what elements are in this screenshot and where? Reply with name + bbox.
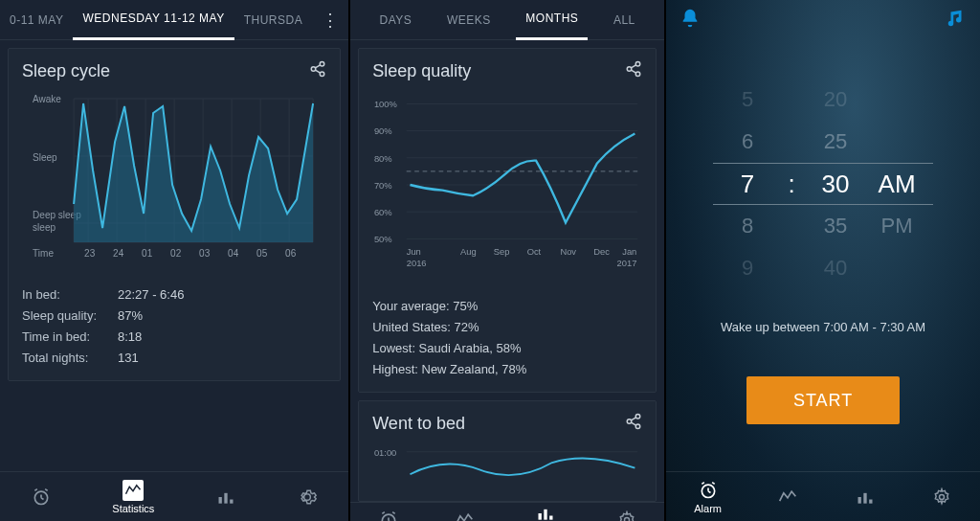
svg-point-1 (311, 67, 316, 72)
svg-text:24: 24 (113, 248, 124, 259)
nav-statistics[interactable] (777, 487, 798, 508)
tab-all[interactable]: ALL (604, 0, 645, 40)
svg-line-35 (34, 488, 37, 490)
nav-settings[interactable] (931, 487, 952, 508)
svg-text:Awake: Awake (33, 94, 61, 104)
went-to-bed-card: Went to bed 01:00 (358, 400, 657, 502)
svg-point-2 (320, 72, 324, 77)
svg-line-44 (632, 70, 636, 73)
date-tab-next[interactable]: THURSDA (234, 0, 313, 40)
tab-months[interactable]: MONTHS (516, 0, 588, 40)
svg-text:05: 05 (256, 248, 268, 259)
time-picker[interactable]: 520 625 7:30AM 835PM 940 (713, 79, 933, 289)
svg-text:06: 06 (285, 248, 297, 259)
svg-text:Jun: Jun (407, 246, 421, 257)
nav-alarm[interactable] (31, 487, 52, 508)
svg-line-3 (316, 65, 321, 68)
alarm-clock-icon (378, 510, 399, 521)
svg-text:2017: 2017 (617, 258, 637, 268)
nav-statistics[interactable]: Statistics (112, 480, 154, 514)
svg-text:2016: 2016 (407, 258, 427, 268)
svg-text:02: 02 (170, 248, 182, 259)
nav-alarm[interactable]: Alarm (694, 480, 722, 514)
svg-line-71 (632, 423, 636, 426)
more-icon[interactable]: ⋮ (312, 10, 348, 31)
trends-panel: DAYS WEEKS MONTHS ALL Sleep quality 100%… (350, 0, 666, 521)
svg-point-68 (627, 419, 632, 424)
nav-settings[interactable] (297, 487, 318, 508)
tab-days[interactable]: DAYS (370, 0, 422, 40)
gear-icon (931, 487, 952, 508)
trends-icon (215, 487, 236, 508)
svg-line-4 (316, 70, 321, 73)
date-tab-prev[interactable]: 0-11 MAY (0, 0, 73, 40)
svg-line-87 (712, 482, 715, 484)
share-icon[interactable] (625, 413, 642, 434)
svg-text:Oct: Oct (527, 246, 542, 257)
start-button[interactable]: START (746, 376, 900, 424)
range-tabs: DAYS WEEKS MONTHS ALL (350, 0, 664, 40)
svg-rect-90 (869, 499, 872, 503)
picker-hour[interactable]: 7 (726, 170, 768, 199)
svg-point-41 (627, 67, 632, 72)
svg-text:Sep: Sep (494, 246, 510, 257)
alarm-clock-icon (31, 487, 52, 508)
svg-point-0 (320, 62, 324, 67)
nav-trends[interactable]: Trends (529, 503, 562, 521)
svg-text:Jan: Jan (622, 246, 636, 257)
svg-text:Dec: Dec (593, 246, 610, 257)
nav-trends[interactable] (855, 487, 876, 508)
statistics-icon (454, 510, 475, 521)
bottom-nav: Alarm (666, 471, 980, 521)
svg-rect-39 (230, 499, 233, 503)
svg-line-85 (708, 490, 711, 492)
svg-rect-81 (549, 516, 552, 520)
trends-icon (535, 503, 556, 521)
svg-rect-38 (224, 492, 227, 503)
svg-point-40 (635, 62, 640, 67)
nav-trends[interactable] (215, 487, 236, 508)
svg-point-42 (635, 72, 640, 77)
svg-text:60%: 60% (374, 207, 392, 217)
svg-line-34 (41, 497, 44, 499)
svg-rect-89 (863, 492, 866, 503)
bottom-nav: Trends (350, 502, 664, 521)
nav-alarm[interactable] (378, 510, 399, 521)
date-tab-current[interactable]: WEDNESDAY 11-12 MAY (73, 0, 234, 40)
picker-ampm[interactable]: AM (874, 170, 920, 199)
svg-point-91 (939, 494, 944, 499)
bell-icon[interactable] (679, 8, 701, 33)
share-icon[interactable] (309, 60, 326, 81)
svg-text:Time: Time (33, 248, 54, 259)
svg-line-36 (45, 488, 47, 490)
card-title: Sleep cycle (22, 61, 110, 81)
svg-text:Aug: Aug (460, 246, 477, 257)
svg-text:Nov: Nov (561, 246, 577, 257)
tab-weeks[interactable]: WEEKS (437, 0, 501, 40)
share-icon[interactable] (625, 60, 642, 81)
sleep-quality-card: Sleep quality 100% 90% 80% 70% 60% 50% (358, 48, 657, 393)
svg-rect-79 (538, 513, 541, 520)
went-to-bed-chart: 01:00 (372, 442, 642, 486)
sleep-quality-chart: 100% 90% 80% 70% 60% 50% Jun2016 A (372, 89, 642, 281)
svg-point-69 (635, 424, 640, 429)
picker-minute[interactable]: 30 (814, 170, 857, 199)
date-tabs: 0-11 MAY WEDNESDAY 11-12 MAY THURSDA ⋮ (0, 0, 348, 40)
svg-text:Sleep: Sleep (33, 152, 57, 163)
svg-text:01:00: 01:00 (374, 447, 396, 458)
svg-rect-37 (218, 497, 221, 504)
statistics-panel: 0-11 MAY WEDNESDAY 11-12 MAY THURSDA ⋮ S… (0, 0, 350, 521)
svg-text:04: 04 (228, 248, 239, 259)
svg-text:01: 01 (142, 248, 153, 259)
nav-statistics[interactable] (454, 510, 475, 521)
svg-text:03: 03 (199, 248, 211, 259)
svg-line-86 (702, 482, 704, 484)
svg-point-67 (635, 415, 640, 419)
nav-settings[interactable] (616, 510, 637, 521)
svg-line-70 (632, 418, 636, 420)
svg-text:23: 23 (84, 248, 96, 259)
svg-line-78 (392, 512, 395, 514)
svg-line-43 (632, 65, 636, 68)
svg-rect-80 (544, 510, 546, 520)
music-icon[interactable] (946, 8, 967, 33)
